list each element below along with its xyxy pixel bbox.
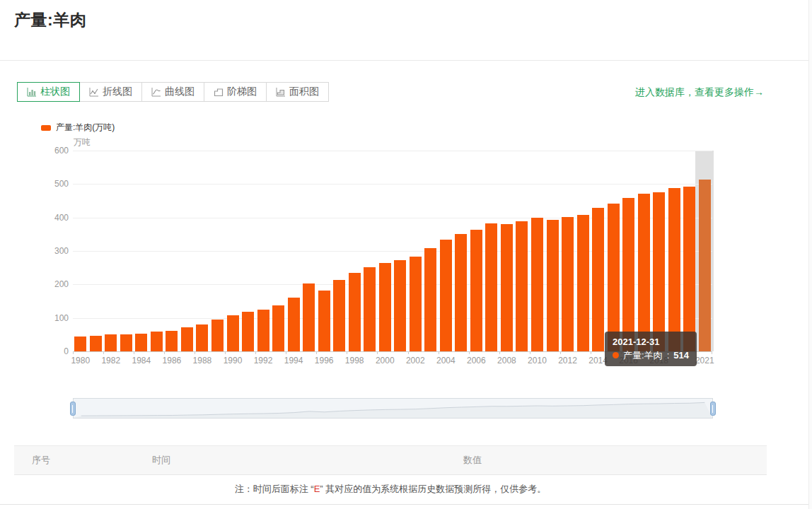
bar-2003[interactable] [424, 248, 436, 351]
bar-2004[interactable] [440, 240, 452, 351]
tooltip-separator: : [667, 349, 670, 361]
note-prefix: 注：时间后面标注 “ [235, 484, 314, 494]
x-axis-tick [530, 351, 530, 354]
bar-2000[interactable] [379, 263, 391, 351]
x-axis-tick-label: 2008 [491, 356, 522, 365]
x-axis-tick-label: 1992 [248, 356, 279, 365]
bar-1988[interactable] [196, 324, 208, 351]
bar-1985[interactable] [151, 332, 163, 351]
tab-area-chart[interactable]: 面积图 [266, 82, 329, 102]
x-axis-tick [439, 351, 439, 354]
x-axis-tick [560, 351, 561, 354]
tab-step-chart[interactable]: 阶梯图 [204, 82, 267, 102]
x-axis-tick [469, 351, 470, 354]
x-axis-tick [255, 351, 256, 354]
bar-1984[interactable] [135, 334, 147, 352]
legend-item[interactable]: 产量:羊肉(万吨) [41, 122, 115, 134]
bar-2011[interactable] [547, 220, 559, 351]
tooltip-series-label: 产量:羊肉 [623, 349, 663, 361]
bar-2008[interactable] [501, 224, 513, 351]
tab-bar-chart[interactable]: 柱状图 [17, 82, 80, 102]
x-axis-tick [225, 351, 226, 354]
bar-1991[interactable] [242, 312, 254, 351]
tab-curve-chart[interactable]: 曲线图 [141, 82, 204, 102]
chart-type-tab-group: 柱状图 折线图 曲线图 阶梯图 面积图 [17, 82, 329, 102]
bar-2012[interactable] [562, 217, 574, 351]
datazoom-data-shadow [74, 399, 712, 418]
bar-2002[interactable] [410, 257, 422, 351]
x-axis-tick-label: 1996 [308, 356, 340, 365]
forecast-note: 注：时间后面标注 “E” 其对应的值为系统根据历史数据预测所得，仅供参考。 [14, 483, 767, 496]
y-axis-tick-label: 400 [39, 213, 69, 223]
bar-2018[interactable] [653, 192, 665, 351]
bar-2021[interactable] [699, 180, 711, 351]
bar-1989[interactable] [211, 320, 224, 351]
x-axis-tick-label: 1982 [95, 356, 127, 365]
bar-2001[interactable] [394, 260, 406, 351]
gridline [73, 184, 712, 185]
table-header-time: 时间 [152, 454, 463, 467]
enter-database-link[interactable]: 进入数据库，查看更多操作→ [635, 86, 764, 99]
bar-1995[interactable] [303, 283, 315, 351]
bar-1981[interactable] [90, 336, 102, 351]
x-axis-tick-label: 1988 [187, 356, 218, 365]
bar-chart-plot[interactable] [73, 151, 712, 351]
y-axis-tick-label: 200 [39, 279, 69, 289]
y-axis-tick-label: 500 [39, 179, 69, 189]
bar-2009[interactable] [516, 221, 528, 351]
x-axis-tick [408, 351, 409, 354]
bar-1980[interactable] [74, 337, 86, 351]
bar-2014[interactable] [592, 208, 604, 351]
page-title: 产量:羊肉 [14, 9, 86, 31]
bar-1993[interactable] [272, 305, 284, 351]
tab-label: 面积图 [289, 86, 319, 98]
datazoom-slider[interactable] [73, 398, 713, 419]
datazoom-right-handle-icon[interactable] [710, 402, 716, 416]
bar-chart-icon [27, 87, 37, 97]
bar-2015[interactable] [608, 204, 620, 351]
bar-2016[interactable] [622, 198, 634, 351]
legend-marker-icon [41, 125, 51, 131]
bar-1997[interactable] [333, 280, 345, 351]
y-axis-tick-label: 100 [39, 313, 69, 323]
bar-2007[interactable] [485, 223, 497, 351]
x-axis-tick [73, 351, 74, 354]
tab-label: 曲线图 [165, 86, 195, 98]
x-axis-tick-label: 2012 [552, 356, 584, 365]
x-axis-tick-label: 2002 [400, 356, 431, 365]
tooltip-value: 514 [673, 349, 689, 361]
bar-2017[interactable] [638, 194, 650, 351]
bar-2010[interactable] [531, 218, 543, 351]
bar-1983[interactable] [120, 334, 132, 351]
bar-1996[interactable] [318, 291, 330, 351]
x-axis-tick-label: 1980 [65, 356, 96, 365]
y-axis-tick-label: 600 [39, 146, 69, 156]
tooltip-date: 2021-12-31 [613, 336, 689, 348]
bar-2006[interactable] [470, 230, 482, 351]
bar-1986[interactable] [166, 331, 178, 351]
x-axis-tick-label: 1984 [126, 356, 157, 365]
x-axis-tick [712, 351, 712, 354]
bar-1992[interactable] [257, 310, 269, 351]
tab-label: 阶梯图 [227, 86, 257, 98]
bar-1982[interactable] [105, 334, 117, 351]
bar-1999[interactable] [364, 267, 376, 351]
datazoom-left-handle-icon[interactable] [70, 402, 76, 416]
bar-1994[interactable] [288, 298, 300, 351]
bar-2020[interactable] [683, 187, 695, 351]
scrollbar-track[interactable] [808, 0, 812, 509]
tab-label: 柱状图 [40, 86, 70, 98]
bar-2013[interactable] [577, 215, 589, 351]
tab-line-chart[interactable]: 折线图 [79, 82, 142, 102]
bar-1987[interactable] [181, 327, 193, 351]
legend-label: 产量:羊肉(万吨) [56, 122, 115, 134]
x-axis-tick [286, 351, 286, 354]
area-chart-icon [276, 87, 286, 97]
y-axis-unit-label: 万吨 [74, 136, 91, 148]
bar-2005[interactable] [455, 234, 467, 351]
bar-1998[interactable] [349, 273, 361, 351]
bar-2019[interactable] [668, 188, 680, 351]
line-chart-icon [89, 87, 99, 97]
tooltip-series-dot-icon [613, 352, 619, 358]
bar-1990[interactable] [227, 315, 239, 351]
